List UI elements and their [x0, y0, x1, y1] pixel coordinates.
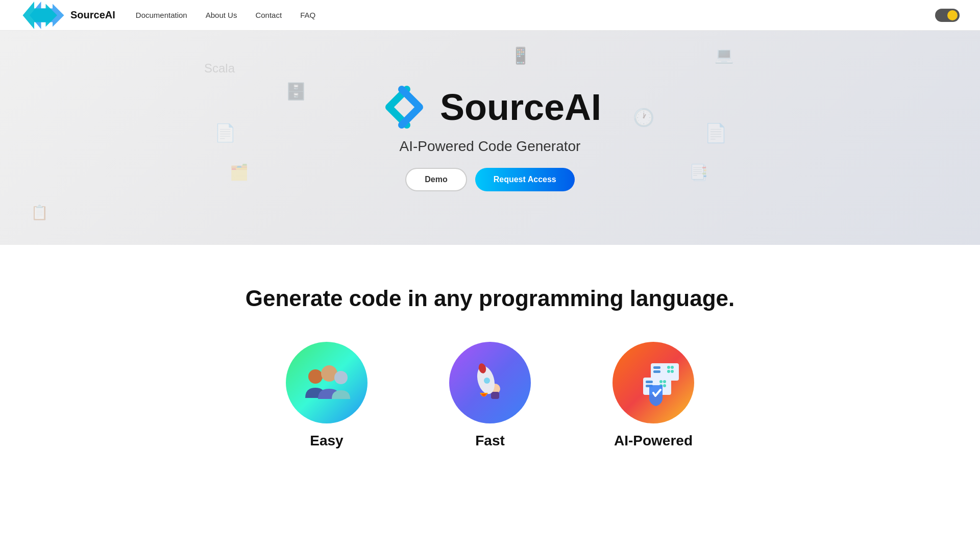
- nav-logo-icon: [20, 0, 66, 38]
- feature-fast-label: Fast: [475, 433, 505, 449]
- svg-point-16: [671, 370, 674, 373]
- nav-link-about[interactable]: About Us: [206, 11, 237, 19]
- tagline-heading: Generate code in any programming languag…: [20, 286, 960, 311]
- hero-title: SourceAI: [440, 89, 601, 126]
- nav-link-documentation[interactable]: Documentation: [136, 11, 187, 19]
- svg-point-23: [663, 384, 666, 387]
- feature-easy-icon: [286, 342, 368, 423]
- features-section: Easy Fast: [0, 332, 980, 480]
- hero-subtitle: AI-Powered Code Generator: [400, 138, 581, 155]
- svg-rect-12: [653, 370, 660, 373]
- feature-fast: Fast: [429, 342, 551, 449]
- request-access-button[interactable]: Request Access: [475, 168, 575, 191]
- bg-icon-code1: 💻: [715, 46, 733, 64]
- feature-easy: Easy: [265, 342, 388, 449]
- feature-ai-powered-icon: [612, 342, 694, 423]
- dark-mode-toggle[interactable]: [935, 9, 960, 22]
- svg-point-4: [334, 371, 348, 384]
- hero-section: Scala 📄 🗂️ 📋 🗄️ 📱 🕐 📑 📄 💻 SourceAI AI-Po…: [0, 31, 980, 245]
- nav-brand[interactable]: SourceAI: [20, 0, 115, 38]
- feature-easy-label: Easy: [310, 433, 343, 449]
- bg-icon-doc2: 🗂️: [230, 163, 249, 181]
- demo-button[interactable]: Demo: [405, 168, 467, 191]
- svg-rect-11: [653, 366, 660, 369]
- bg-icon-scala: Scala: [204, 61, 235, 76]
- svg-point-13: [667, 366, 670, 369]
- feature-ai-powered: AI-Powered: [592, 342, 715, 449]
- svg-point-2: [308, 369, 323, 384]
- svg-point-20: [659, 380, 663, 383]
- svg-rect-18: [646, 381, 653, 383]
- bg-icon-mobile: 📱: [510, 46, 531, 65]
- bg-icon-clock: 🕐: [633, 107, 654, 128]
- feature-ai-powered-label: AI-Powered: [614, 433, 693, 449]
- svg-point-14: [671, 366, 674, 369]
- hero-buttons: Demo Request Access: [405, 168, 574, 191]
- feature-fast-icon: [449, 342, 531, 423]
- rocket-icon: [464, 357, 516, 408]
- svg-point-21: [663, 380, 666, 383]
- hero-logo-icon: [379, 84, 430, 130]
- nav-link-faq[interactable]: FAQ: [300, 11, 315, 19]
- tagline-section: Generate code in any programming languag…: [0, 245, 980, 332]
- svg-rect-6: [491, 392, 499, 399]
- svg-point-9: [484, 378, 490, 384]
- navbar: SourceAI Documentation About Us Contact …: [0, 0, 980, 31]
- people-icon: [301, 362, 352, 403]
- hero-brand: SourceAI: [379, 84, 601, 130]
- bg-icon-doc5: 📄: [704, 122, 727, 144]
- bg-icon-doc1: 📄: [214, 122, 236, 143]
- bg-icon-doc3: 📋: [31, 204, 48, 221]
- bg-icon-doc4: 📑: [689, 163, 708, 181]
- nav-links: Documentation About Us Contact FAQ: [136, 11, 935, 20]
- svg-point-15: [667, 370, 670, 373]
- hero-content: SourceAI AI-Powered Code Generator Demo …: [379, 84, 601, 191]
- server-shield-icon: [623, 357, 684, 408]
- bg-icon-db: 🗄️: [286, 82, 306, 101]
- nav-link-contact[interactable]: Contact: [255, 11, 282, 19]
